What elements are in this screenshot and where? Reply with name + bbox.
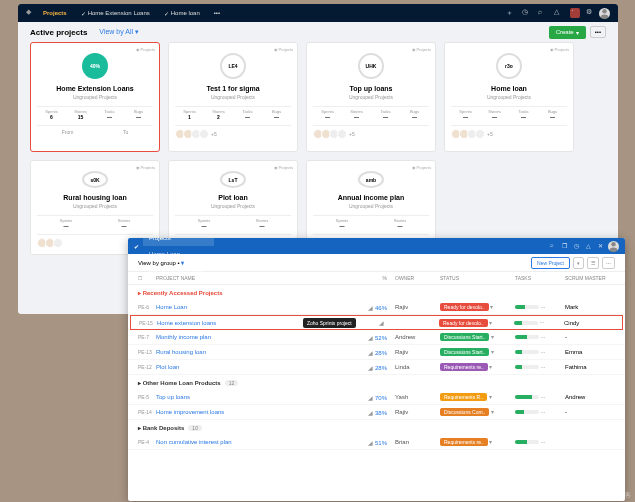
col-owner[interactable]: OWNER xyxy=(395,275,440,281)
more-icon[interactable]: ••• xyxy=(207,10,227,16)
tab-home-extension-loans[interactable]: Home extension loans xyxy=(143,278,214,294)
badge-icon[interactable]: ▪ xyxy=(570,8,580,18)
clock-icon[interactable]: ◷ xyxy=(522,8,532,18)
tab-monthly-income-plan[interactable]: Monthly income plan xyxy=(143,262,214,278)
table-row[interactable]: PE-13Rural housing loan ◢28% Rajiv Discu… xyxy=(128,345,625,360)
copy-icon[interactable]: ❐ xyxy=(562,242,570,250)
view-filter[interactable]: View by All ▾ xyxy=(99,28,139,36)
page-title: Active projects xyxy=(30,28,87,37)
col-status[interactable]: STATUS xyxy=(440,275,515,281)
clock-icon[interactable]: ◷ xyxy=(574,242,582,250)
tooltip: Zoho Sprints project xyxy=(303,318,356,328)
search-icon[interactable]: ⌕ xyxy=(550,242,558,250)
project-card[interactable]: ◉ Projectsr3oHome loanUngrouped Projects… xyxy=(444,42,574,152)
col-tasks[interactable]: TASKS xyxy=(515,275,565,281)
col-pct[interactable]: % xyxy=(367,275,395,281)
panel2-topbar: ✔ Home ▾FeedProjectsHome LoanMonthly inc… xyxy=(128,238,625,254)
app-logo-icon: ◆ xyxy=(26,8,36,18)
table-row[interactable]: PE-4Non cumulative interest plan ◢51% Br… xyxy=(128,435,625,450)
gear-icon[interactable]: ✕ xyxy=(598,242,606,250)
table-row[interactable]: PE-5Top up loans ◢70% Yash Requirements … xyxy=(128,390,625,405)
bell-icon[interactable]: △ xyxy=(554,8,564,18)
avatar[interactable] xyxy=(599,8,610,19)
dropdown-button[interactable]: ▾ xyxy=(573,257,584,269)
breadcrumb-item[interactable]: ✓ Home Extension Loans xyxy=(74,10,157,17)
col-sm[interactable]: SCRUM MASTER xyxy=(565,275,615,281)
breadcrumb-projects[interactable]: Projects xyxy=(36,10,74,16)
table-body: ▸ Recently Accessed Projects PE-6Home Lo… xyxy=(128,285,625,450)
watermark: ©51CTO博客 xyxy=(595,491,631,500)
new-project-button[interactable]: New Project xyxy=(531,257,570,269)
group-header[interactable]: ▸ Other Home Loan Products 12 xyxy=(128,375,625,390)
group-header[interactable]: ▸ Bank Deposits 10 xyxy=(128,420,625,435)
project-card[interactable]: ◉ ProjectsUHKTop up loansUngrouped Proje… xyxy=(306,42,436,152)
app-check-icon: ✔ xyxy=(134,243,139,250)
table-row[interactable]: PE-6Home Loan ◢46% Rajiv Ready for devol… xyxy=(128,300,625,315)
breadcrumb-item[interactable]: ✓ Home loan xyxy=(157,10,207,17)
gear-icon[interactable]: ⚙ xyxy=(586,8,596,18)
bell-icon[interactable]: △ xyxy=(586,242,594,250)
table-row[interactable]: PE-7Monthly income plan ◢52% Andrew Disc… xyxy=(128,330,625,345)
create-button[interactable]: Create ▾ xyxy=(549,26,586,39)
filter-button[interactable]: ☰ xyxy=(587,257,599,269)
tab-projects[interactable]: Projects xyxy=(143,238,214,246)
projects-table-panel: ✔ Home ▾FeedProjectsHome LoanMonthly inc… xyxy=(128,238,625,501)
plus-icon[interactable]: ＋ xyxy=(506,8,516,18)
more-button[interactable]: ⋯ xyxy=(602,257,615,269)
sub-bar: Active projects View by All ▾ Create ▾ •… xyxy=(18,22,618,42)
project-cards: ◉ Projects40%Home Extension LoansUngroup… xyxy=(18,42,618,152)
table-row[interactable]: PE-14Home improvement loans ◢38% Rajiv D… xyxy=(128,405,625,420)
tab-home-loan[interactable]: Home Loan xyxy=(143,246,214,262)
search-icon[interactable]: ⌕ xyxy=(538,8,548,18)
project-card[interactable]: ◉ ProjectsLE4Test 1 for sigmaUngrouped P… xyxy=(168,42,298,152)
avatar[interactable] xyxy=(608,241,619,252)
more-button[interactable]: ••• xyxy=(590,26,606,38)
top-bar: ◆ Projects ✓ Home Extension Loans ✓ Home… xyxy=(18,4,618,22)
table-row[interactable]: PE-12Plot loan ◢28% Linda Requirements r… xyxy=(128,360,625,375)
table-row[interactable]: PE-15Home extension loans ◢Zoho Sprints … xyxy=(130,315,623,330)
project-card[interactable]: ◉ Projects40%Home Extension LoansUngroup… xyxy=(30,42,160,152)
